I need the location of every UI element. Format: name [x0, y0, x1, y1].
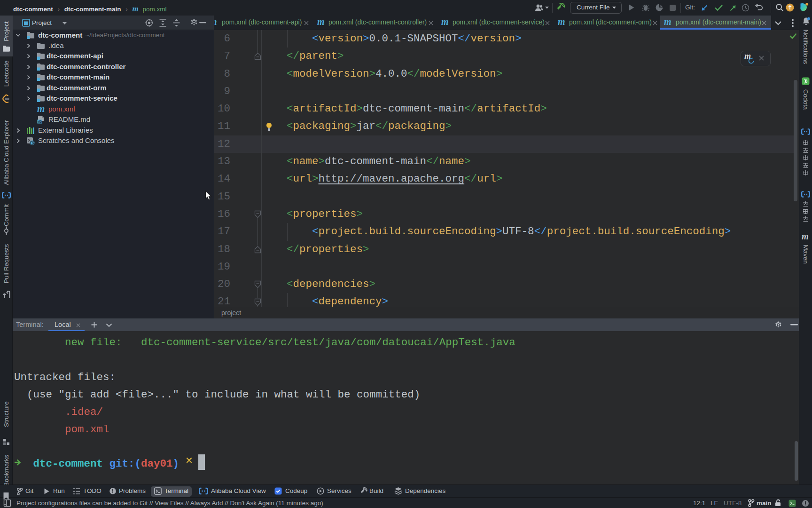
svg-text:MD: MD — [37, 120, 42, 123]
